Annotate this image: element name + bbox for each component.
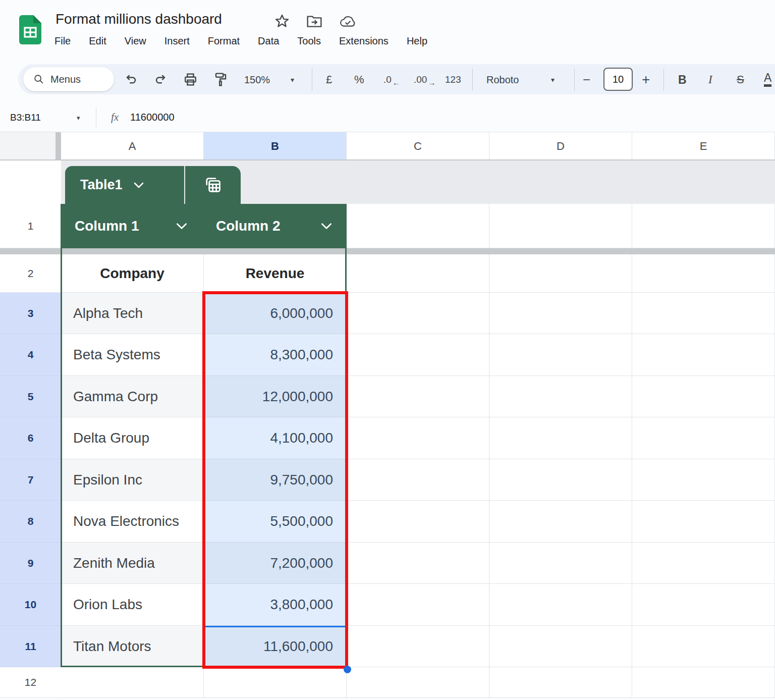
name-box[interactable]: B3:B11 [10,112,41,123]
cell-B12[interactable] [204,667,347,698]
cell-B4[interactable]: 8,300,000 [204,334,347,376]
column-header-d[interactable]: D [489,132,632,160]
column1-dropdown-icon[interactable] [176,223,187,230]
row-header-6[interactable]: 6 [0,417,61,459]
frozen-row-divider[interactable] [0,248,775,254]
table-column1-header[interactable]: Column 1 [75,218,139,234]
menu-data[interactable]: Data [258,35,279,47]
zoom-level[interactable]: 150% [244,73,270,87]
row-header-1[interactable]: 1 [0,204,61,248]
row-header-12[interactable]: 12 [0,667,61,698]
cell-C9[interactable] [347,543,489,584]
font-size-input[interactable]: 10 [603,68,633,91]
increase-decimals-button[interactable]: .00→ [414,73,435,87]
table-views-button[interactable] [185,166,241,204]
menu-file[interactable]: File [54,35,71,47]
column-header-c[interactable]: C [347,132,489,160]
cell-A8[interactable]: Nova Electronics [61,501,204,543]
increase-font-size-button[interactable]: + [642,73,650,87]
menu-view[interactable]: View [125,35,146,47]
menu-tools[interactable]: Tools [297,35,321,47]
italic-button[interactable]: I [708,73,712,87]
cell-D7[interactable] [489,459,632,501]
cell-B10[interactable]: 3,800,000 [204,584,347,626]
cell-C4[interactable] [347,334,489,376]
cell-A5[interactable]: Gamma Corp [61,376,204,417]
cell-E2[interactable] [632,254,775,293]
column2-dropdown-icon[interactable] [321,223,332,230]
column-header-a[interactable]: A [61,132,204,160]
row-header-11[interactable]: 11 [0,626,61,667]
cell-D1[interactable] [489,204,632,248]
cell-E12[interactable] [632,667,775,698]
formula-input[interactable]: 11600000 [130,112,175,123]
cell-A6[interactable]: Delta Group [61,417,204,459]
cell-C12[interactable] [347,667,489,698]
select-all-corner[interactable] [0,132,56,160]
cell-E10[interactable] [632,584,775,626]
menu-format[interactable]: Format [208,35,240,47]
zoom-dropdown-caret[interactable]: ▾ [291,73,294,87]
move-to-folder-icon[interactable] [306,14,322,28]
cell-C5[interactable] [347,376,489,417]
name-box-caret[interactable]: ▾ [77,114,80,122]
percent-format-button[interactable]: % [354,73,364,87]
cell-E3[interactable] [632,293,775,334]
cell-B2[interactable]: Revenue [204,254,347,293]
row-header-5[interactable]: 5 [0,376,61,417]
cell-A11[interactable]: Titan Motors [61,626,204,667]
cloud-saved-icon[interactable] [339,14,357,28]
cell-B7[interactable]: 9,750,000 [204,459,347,501]
cell-D5[interactable] [489,376,632,417]
cell-D8[interactable] [489,501,632,543]
row-header-9[interactable]: 9 [0,543,61,584]
row-header-10[interactable]: 10 [0,584,61,626]
fill-handle[interactable] [344,666,351,673]
cell-A4[interactable]: Beta Systems [61,334,204,376]
cell-A7[interactable]: Epsilon Inc [61,459,204,501]
cell-E7[interactable] [632,459,775,501]
bold-button[interactable]: B [678,73,687,87]
cell-D12[interactable] [489,667,632,698]
cell-B8[interactable]: 5,500,000 [204,501,347,543]
menu-insert[interactable]: Insert [164,35,190,47]
cell-D2[interactable] [489,254,632,293]
print-icon[interactable] [183,72,198,87]
cell-E1[interactable] [632,204,775,248]
cell-E9[interactable] [632,543,775,584]
cell-E11[interactable] [632,626,775,667]
cell-D9[interactable] [489,543,632,584]
row-header-4[interactable]: 4 [0,334,61,376]
cell-E8[interactable] [632,501,775,543]
font-dropdown-caret[interactable]: ▾ [551,73,555,87]
cell-B9[interactable]: 7,200,000 [204,543,347,584]
cell-A9[interactable]: Zenith Media [61,543,204,584]
menu-help[interactable]: Help [407,35,427,47]
cell-C3[interactable] [347,293,489,334]
plain-number-format-button[interactable]: 123 [445,73,461,87]
cell-C2[interactable] [347,254,489,293]
strikethrough-button[interactable]: S [737,73,744,87]
cell-B3[interactable]: 6,000,000 [204,293,347,334]
paint-format-icon[interactable] [213,72,228,87]
undo-icon[interactable] [125,73,138,86]
cell-D10[interactable] [489,584,632,626]
menu-extensions[interactable]: Extensions [339,35,389,47]
star-icon[interactable] [274,13,290,29]
menus-search-button[interactable]: Menus [23,67,114,91]
sheets-logo-icon[interactable] [19,15,41,44]
text-color-button[interactable]: A [764,72,771,87]
cell-B6[interactable]: 4,100,000 [204,417,347,459]
cell-C8[interactable] [347,501,489,543]
cell-A10[interactable]: Orion Labs [61,584,204,626]
cell-D4[interactable] [489,334,632,376]
font-family-select[interactable]: Roboto [486,73,519,87]
column-header-e[interactable]: E [632,132,775,160]
cell-A2[interactable]: Company [61,254,204,293]
column-header-b[interactable]: B [204,132,347,160]
cell-E6[interactable] [632,417,775,459]
cell-B5[interactable]: 12,000,000 [204,376,347,417]
cell-A12[interactable] [61,667,204,698]
row-header-2[interactable]: 2 [0,254,61,293]
cell-E5[interactable] [632,376,775,417]
